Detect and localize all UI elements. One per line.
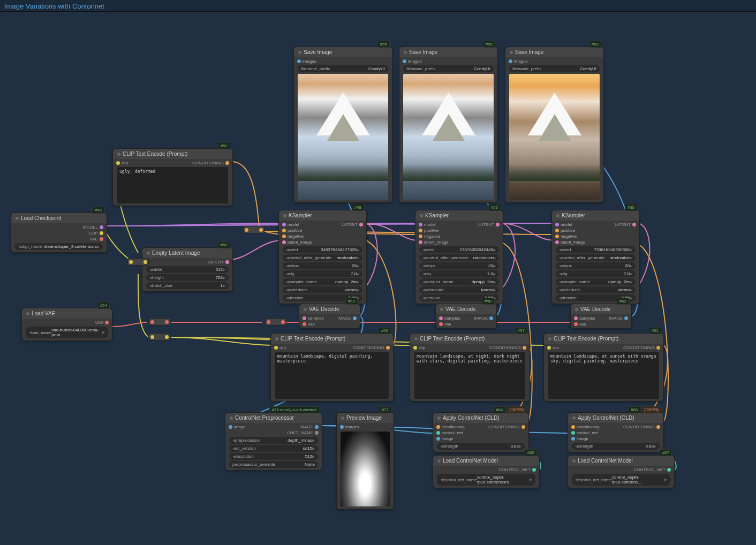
reroute-node[interactable] [127, 258, 149, 266]
widget-control-after-generate[interactable]: ◀control_after_generaterandomize▶ [283, 254, 362, 261]
collapse-dot-icon[interactable] [16, 217, 19, 220]
node-title[interactable]: Apply ControlNet (OLD) [433, 413, 528, 423]
port-samples-in[interactable] [303, 316, 306, 320]
node-preview-image[interactable]: #77 Preview Image images [336, 412, 394, 510]
port-images-in[interactable] [297, 59, 301, 63]
node-title[interactable]: KSampler [552, 210, 639, 221]
node-vae-decode-b[interactable]: #58 VAE Decode samplesIMAGE vae [435, 304, 497, 329]
node-load-controlnet-b[interactable]: #67 Load ControlNet Model CONTROL_NET ◀c… [568, 455, 675, 488]
port-negative-in[interactable] [419, 234, 422, 238]
port-latent-in[interactable] [282, 240, 286, 244]
port-vae-in[interactable] [303, 322, 306, 326]
collapse-dot-icon[interactable] [117, 153, 120, 156]
port-model-out[interactable] [100, 225, 103, 229]
collapse-dot-icon[interactable] [510, 51, 513, 54]
widget-preprocessor-override[interactable]: preprocessor_overrideNone [229, 461, 318, 468]
collapse-dot-icon[interactable] [556, 214, 560, 217]
widget-scheduler[interactable]: ◀schedulerkarras▶ [419, 286, 499, 293]
node-title[interactable]: KSampler [279, 210, 366, 221]
node-save-image-c[interactable]: #63 Save Image images filename_prefixCom… [505, 47, 604, 203]
node-title[interactable]: Preview Image [337, 413, 394, 423]
port-image-out[interactable] [353, 316, 357, 320]
node-clip-text-positive-a[interactable]: #50 CLIP Text Encode (Prompt) clipCONDIT… [270, 333, 394, 402]
port-model-in[interactable] [282, 223, 286, 226]
collapse-dot-icon[interactable] [304, 308, 307, 311]
node-title[interactable]: Save Image [505, 47, 603, 57]
output-image-preview[interactable] [298, 74, 388, 200]
port-latent-in[interactable] [419, 240, 422, 244]
port-conditioning-out[interactable] [225, 161, 229, 165]
node-clip-text-positive-b[interactable]: #57 CLIP Text Encode (Prompt) clipCONDIT… [410, 333, 530, 402]
widget-strength[interactable]: ◀strength0.83▶ [572, 443, 660, 450]
port-conditioning-out[interactable] [386, 346, 390, 350]
widget-cfg[interactable]: ◀cfg7.0▶ [283, 270, 362, 277]
reroute-node[interactable] [243, 226, 264, 233]
node-vae-decode-c[interactable]: #62 VAE Decode samplesIMAGE vae [570, 304, 632, 329]
collapse-dot-icon[interactable] [298, 51, 301, 54]
widget-filename-prefix[interactable]: filename_prefixComfyUI [509, 65, 600, 72]
widget-sd-version[interactable]: ◀sd_versionsd15▶ [229, 445, 318, 452]
collapse-dot-icon[interactable] [548, 337, 551, 340]
node-title[interactable]: Load VAE [22, 308, 112, 319]
node-controlnet-preprocessor[interactable]: #76 comfyui-art-venture ControlNet Prepr… [225, 412, 322, 471]
node-ksampler-c[interactable]: #60 KSampler modelLATENT positive negati… [551, 210, 640, 304]
prompt-textarea[interactable]: ugly, deformed [117, 167, 228, 203]
widget-steps[interactable]: ◀steps20▶ [283, 262, 362, 269]
port-image-in[interactable] [436, 437, 440, 441]
port-clip-in[interactable] [413, 346, 417, 350]
widget-seed[interactable]: ◀seed733616240380336▶ [556, 246, 636, 253]
node-save-image-b[interactable]: #59 Save Image images filename_prefixCom… [399, 47, 498, 203]
collapse-dot-icon[interactable] [440, 308, 443, 311]
node-title[interactable]: Save Image [399, 47, 497, 57]
port-latent-out[interactable] [496, 223, 500, 226]
widget-seed[interactable]: ◀seed345378484277325▶ [283, 246, 362, 253]
widget-sampler-name[interactable]: ◀sampler_namedpmpp_2m▶ [419, 278, 499, 285]
node-empty-latent[interactable]: #52 Empty Latent Image LATENT ◀width512▶… [142, 247, 233, 292]
widget-control-after-generate[interactable]: ◀control_after_generaterandomize▶ [556, 254, 636, 261]
port-controlnet-in[interactable] [571, 431, 575, 435]
port-model-in[interactable] [555, 223, 559, 226]
node-title[interactable]: ControlNet Preprocessor [225, 413, 322, 423]
widget-height[interactable]: ◀height768▶ [146, 274, 229, 281]
port-image-out[interactable] [315, 425, 319, 429]
reroute-node[interactable] [149, 318, 170, 326]
node-apply-controlnet-a[interactable]: #64[DEPR] Apply ControlNet (OLD) conditi… [433, 412, 529, 452]
widget-batch-size[interactable]: ◀batch_size1▶ [146, 282, 229, 289]
collapse-dot-icon[interactable] [572, 459, 576, 463]
node-save-image-a[interactable]: #55 Save Image images filename_prefixCom… [293, 47, 392, 203]
node-title[interactable]: Load ControlNet Model [433, 456, 539, 466]
node-title[interactable]: Load Checkpoint [11, 213, 107, 223]
widget-strength[interactable]: ◀strength0.83▶ [437, 443, 525, 450]
chevron-right-icon[interactable]: ▶ [97, 245, 100, 249]
widget-vae-name[interactable]: ◀vae_namevae-ft-mse-840000-ema-prun...▶ [26, 327, 108, 338]
port-cnet-name-out[interactable] [315, 431, 319, 435]
node-title[interactable]: CLIP Text Encode (Prompt) [544, 334, 663, 344]
reroute-node[interactable] [265, 318, 286, 326]
collapse-dot-icon[interactable] [437, 417, 441, 420]
depth-map-preview[interactable] [341, 432, 390, 506]
port-samples-in[interactable] [574, 316, 578, 320]
port-latent-in[interactable] [555, 240, 559, 244]
port-clip-in[interactable] [547, 346, 551, 350]
widget-preprocessor[interactable]: ◀preprocessordepth_midas▶ [229, 437, 318, 444]
port-controlnet-out[interactable] [667, 468, 671, 472]
port-images-in[interactable] [509, 59, 512, 63]
widget-steps[interactable]: ◀steps20▶ [419, 262, 499, 269]
output-image-preview[interactable] [509, 74, 600, 200]
collapse-dot-icon[interactable] [420, 214, 423, 217]
port-clip-out[interactable] [100, 231, 103, 235]
collapse-dot-icon[interactable] [283, 214, 286, 217]
widget-filename-prefix[interactable]: filename_prefixComfyUI [298, 65, 388, 72]
node-title[interactable]: VAE Decode [571, 304, 631, 314]
widget-cfg[interactable]: ◀cfg7.0▶ [419, 270, 499, 277]
node-apply-controlnet-b[interactable]: #66[DEPR] Apply ControlNet (OLD) conditi… [568, 412, 664, 452]
port-model-in[interactable] [419, 223, 422, 226]
output-image-preview[interactable] [403, 74, 494, 200]
collapse-dot-icon[interactable] [575, 308, 578, 311]
port-conditioning-out[interactable] [523, 346, 526, 350]
port-conditioning-out[interactable] [656, 346, 660, 350]
port-negative-in[interactable] [282, 234, 286, 238]
widget-control-after-generate[interactable]: ◀control_after_generaterandomize▶ [419, 254, 499, 261]
port-images-in[interactable] [340, 425, 344, 429]
port-positive-in[interactable] [282, 229, 286, 232]
